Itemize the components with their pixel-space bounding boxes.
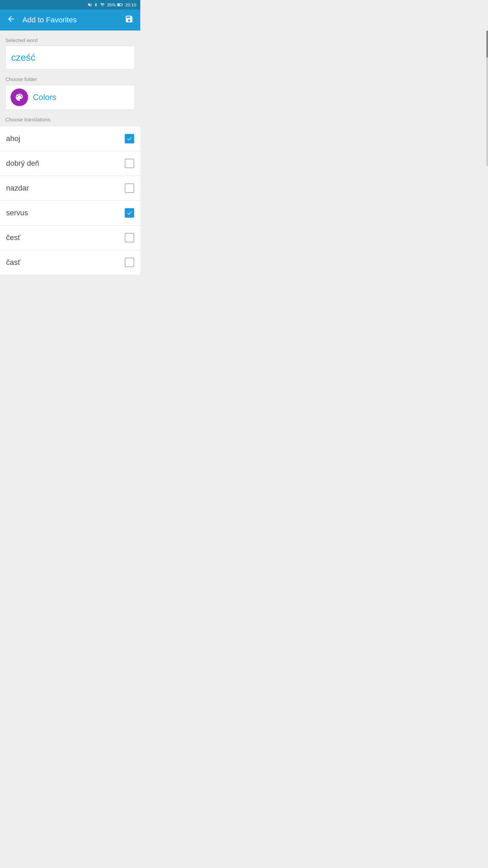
translation-text: ahoj — [6, 134, 20, 143]
app-bar: Add to Favorites — [0, 9, 140, 31]
choose-translations-label: Choose translations — [5, 117, 135, 126]
app-bar-left: Add to Favorites — [5, 13, 77, 27]
page-title: Add to Favorites — [22, 16, 77, 24]
translation-checkbox[interactable] — [125, 183, 134, 193]
translation-text: časť — [6, 258, 21, 267]
content-area: Selected word cześć Choose folder Colors… — [0, 31, 140, 126]
translation-text: servus — [6, 209, 28, 217]
translation-item[interactable]: nazdar — [0, 176, 140, 201]
check-icon — [126, 136, 133, 142]
check-icon — [126, 210, 133, 216]
translation-checkbox[interactable] — [125, 208, 134, 218]
folder-selector[interactable]: Colors — [5, 85, 135, 110]
time-display: 20:10 — [125, 2, 136, 7]
svg-rect-1 — [122, 4, 123, 5]
folder-icon-circle — [11, 88, 28, 106]
palette-icon — [15, 93, 24, 102]
translation-item[interactable]: dobrý deň — [0, 151, 140, 176]
translation-item[interactable]: česť — [0, 225, 140, 250]
folder-name: Colors — [33, 93, 56, 102]
translation-text: česť — [6, 233, 21, 242]
battery-percentage: 35% — [107, 2, 116, 7]
signal-icon — [100, 2, 105, 7]
save-button[interactable] — [123, 13, 135, 27]
battery-icon — [117, 3, 123, 7]
mute-icon — [87, 2, 92, 7]
back-button[interactable] — [5, 13, 17, 27]
selected-word-box: cześć — [5, 46, 135, 70]
status-bar: 35% 20:10 — [0, 0, 140, 9]
selected-word-label: Selected word — [5, 37, 135, 43]
translation-item[interactable]: časť — [0, 250, 140, 275]
translation-text: dobrý deň — [6, 159, 39, 168]
bluetooth-icon — [94, 2, 98, 7]
translations-list: ahojdobrý deňnazdarservusčesťčasť — [0, 126, 140, 275]
selected-word-value: cześć — [11, 52, 36, 63]
status-icons: 35% 20:10 — [87, 2, 136, 7]
translation-item[interactable]: ahoj — [0, 126, 140, 151]
translation-checkbox[interactable] — [125, 159, 134, 168]
translation-checkbox[interactable] — [125, 233, 134, 242]
translation-text: nazdar — [6, 184, 29, 193]
translation-checkbox[interactable] — [125, 258, 134, 267]
translation-item[interactable]: servus — [0, 201, 140, 225]
translation-checkbox[interactable] — [125, 134, 134, 143]
choose-folder-label: Choose folder — [5, 76, 135, 82]
